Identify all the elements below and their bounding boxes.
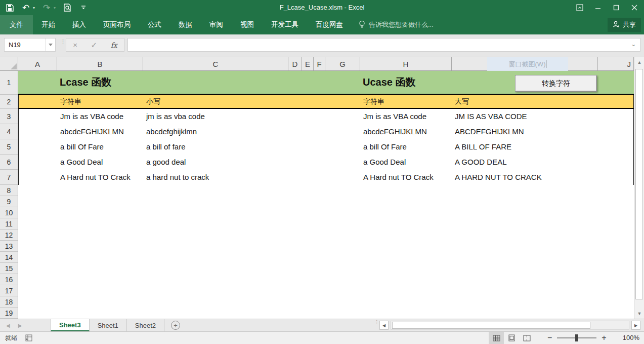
scroll-down-icon[interactable]: ▼ bbox=[635, 309, 644, 319]
row-header-1[interactable]: 1 bbox=[0, 71, 18, 95]
ribbon-display-options-icon[interactable] bbox=[573, 2, 586, 13]
insert-function-icon[interactable]: fx bbox=[111, 41, 117, 49]
row-header-11[interactable]: 11 bbox=[0, 218, 18, 230]
tab-insert[interactable]: 插入 bbox=[64, 15, 95, 34]
column-header-j[interactable]: J bbox=[598, 57, 634, 70]
row-header-19[interactable]: 19 bbox=[0, 308, 18, 319]
macro-record-icon[interactable] bbox=[25, 334, 32, 343]
row-header-8[interactable]: 8 bbox=[0, 185, 18, 196]
tab-baidu-netdisk[interactable]: 百度网盘 bbox=[307, 15, 352, 34]
vertical-scrollbar[interactable]: ▲ ▼ bbox=[634, 57, 644, 319]
name-box-dropdown[interactable] bbox=[45, 39, 55, 51]
row-header-13[interactable]: 13 bbox=[0, 241, 18, 252]
tab-formulas[interactable]: 公式 bbox=[139, 15, 170, 34]
horizontal-scrollbar-thumb[interactable] bbox=[392, 322, 590, 329]
row-header-7[interactable]: 7 bbox=[0, 170, 18, 185]
cell-i5[interactable]: A BILL OF FARE bbox=[455, 139, 511, 155]
page-layout-view-icon[interactable] bbox=[504, 332, 519, 344]
sheet-tab-sheet2[interactable]: Sheet2 bbox=[127, 319, 164, 331]
row-header-15[interactable]: 15 bbox=[0, 263, 18, 274]
minimize-icon[interactable] bbox=[591, 2, 605, 13]
row-header-12[interactable]: 12 bbox=[0, 230, 18, 241]
column-header-h[interactable]: H bbox=[360, 57, 452, 70]
cell-b5[interactable]: a bill Of Fare bbox=[60, 139, 104, 155]
row-header-6[interactable]: 6 bbox=[0, 155, 18, 170]
ucase-title-cell[interactable]: Ucase 函数 bbox=[363, 71, 416, 94]
next-sheet-icon[interactable]: ▶ bbox=[18, 323, 22, 328]
share-button[interactable]: 共享 bbox=[608, 18, 641, 32]
formula-input[interactable]: ⌄ bbox=[127, 38, 640, 52]
vertical-scrollbar-thumb[interactable] bbox=[635, 69, 643, 299]
cell-b4[interactable]: abcdeFGHIJKLMN bbox=[60, 124, 124, 139]
cell-i4[interactable]: ABCDEFGHIJKLMN bbox=[455, 124, 524, 139]
cell-c5[interactable]: a bill of fare bbox=[146, 139, 186, 155]
cell-c4[interactable]: abcdefghijklmn bbox=[146, 124, 197, 139]
cell-b6[interactable]: a Good Deal bbox=[60, 155, 103, 170]
prev-sheet-icon[interactable]: ◀ bbox=[6, 323, 10, 328]
column-header-c[interactable]: C bbox=[143, 57, 288, 70]
convert-characters-button[interactable]: 转换字符 bbox=[515, 75, 597, 92]
row-header-10[interactable]: 10 bbox=[0, 207, 18, 218]
cell-h3[interactable]: Jm is as VBA code bbox=[363, 109, 426, 124]
column-header-f[interactable]: F bbox=[314, 57, 325, 70]
column-header-d[interactable]: D bbox=[288, 57, 302, 70]
cell-c6[interactable]: a good deal bbox=[146, 155, 186, 170]
tab-data[interactable]: 数据 bbox=[170, 15, 201, 34]
cell-b7[interactable]: A Hard nut TO Crack bbox=[60, 170, 131, 185]
undo-icon[interactable]: ↶ bbox=[21, 3, 30, 12]
row-header-9[interactable]: 9 bbox=[0, 196, 18, 207]
cell-b3[interactable]: Jm is as VBA code bbox=[60, 109, 123, 124]
print-preview-icon[interactable] bbox=[63, 3, 72, 12]
maximize-icon[interactable] bbox=[610, 2, 623, 13]
zoom-level-label[interactable]: 100% bbox=[616, 332, 639, 344]
lcase-lower-header[interactable]: 小写 bbox=[146, 95, 160, 108]
undo-dropdown-icon[interactable]: ▾ bbox=[33, 6, 35, 10]
zoom-out-icon[interactable]: − bbox=[547, 333, 552, 342]
cell-i7[interactable]: A HARD NUT TO CRACK bbox=[455, 170, 542, 185]
row-header-16[interactable]: 16 bbox=[0, 274, 18, 285]
cell-h6[interactable]: a Good Deal bbox=[363, 155, 406, 170]
close-icon[interactable] bbox=[628, 2, 641, 13]
row-header-18[interactable]: 18 bbox=[0, 296, 18, 308]
row-header-3[interactable]: 3 bbox=[0, 109, 18, 124]
row-header-5[interactable]: 5 bbox=[0, 139, 18, 155]
scroll-right-icon[interactable]: ▶ bbox=[631, 321, 640, 330]
select-all-corner[interactable] bbox=[0, 57, 18, 70]
sheet-canvas[interactable]: Lcase 函数 Ucase 函数 转换字符 字符串 小写 字符串 大写 Jm … bbox=[18, 71, 634, 319]
expand-formula-bar-icon[interactable]: ⌄ bbox=[631, 41, 636, 48]
cell-h7[interactable]: A Hard nut TO Crack bbox=[363, 170, 434, 185]
ucase-string-header[interactable]: 字符串 bbox=[363, 95, 384, 108]
column-header-e[interactable]: E bbox=[302, 57, 314, 70]
normal-view-icon[interactable] bbox=[489, 332, 504, 344]
column-header-g[interactable]: G bbox=[325, 57, 360, 70]
lcase-string-header[interactable]: 字符串 bbox=[60, 95, 81, 108]
cell-h5[interactable]: a bill Of Fare bbox=[363, 139, 407, 155]
tab-view[interactable]: 视图 bbox=[232, 15, 263, 34]
scroll-left-icon[interactable]: ◀ bbox=[379, 321, 389, 330]
tab-home[interactable]: 开始 bbox=[33, 15, 64, 34]
cancel-entry-icon[interactable]: × bbox=[73, 41, 77, 49]
add-sheet-icon[interactable]: + bbox=[171, 321, 180, 330]
column-header-b[interactable]: B bbox=[57, 57, 143, 70]
row-header-2[interactable]: 2 bbox=[0, 95, 18, 109]
zoom-slider-thumb[interactable] bbox=[575, 334, 578, 341]
customize-qat-icon[interactable] bbox=[79, 3, 88, 12]
horizontal-scrollbar[interactable] bbox=[391, 321, 629, 330]
column-header-a[interactable]: A bbox=[18, 57, 57, 70]
tab-review[interactable]: 审阅 bbox=[201, 15, 232, 34]
page-break-preview-icon[interactable] bbox=[519, 332, 534, 344]
tab-page-layout[interactable]: 页面布局 bbox=[95, 15, 139, 34]
tab-developer[interactable]: 开发工具 bbox=[263, 15, 307, 34]
sheet-tab-sheet3[interactable]: Sheet3 bbox=[51, 319, 90, 331]
ucase-upper-header[interactable]: 大写 bbox=[455, 95, 469, 108]
cell-h4[interactable]: abcdeFGHIJKLMN bbox=[363, 124, 427, 139]
sheet-tab-sheet1[interactable]: Sheet1 bbox=[90, 319, 127, 331]
confirm-entry-icon[interactable]: ✓ bbox=[91, 41, 98, 50]
name-box[interactable]: N19 bbox=[4, 38, 56, 52]
save-icon[interactable] bbox=[5, 3, 14, 12]
cell-i3[interactable]: JM IS AS VBA CODE bbox=[455, 109, 527, 124]
cell-c7[interactable]: a hard nut to crack bbox=[146, 170, 209, 185]
zoom-slider[interactable] bbox=[557, 337, 596, 338]
zoom-in-icon[interactable]: + bbox=[602, 333, 606, 342]
scroll-up-icon[interactable]: ▲ bbox=[635, 57, 644, 67]
